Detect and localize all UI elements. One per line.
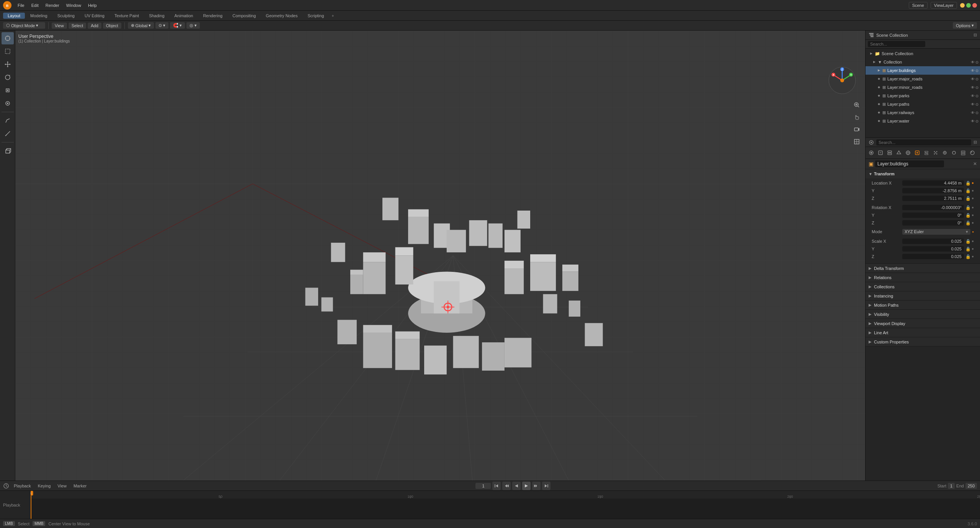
- grid-view-button[interactable]: [851, 136, 862, 147]
- location-x-value[interactable]: 4.4458 m: [902, 180, 964, 186]
- outliner-item-water[interactable]: ⊞ Layer:water 👁 ⊙: [866, 117, 980, 125]
- buildings-render-icon[interactable]: ⊙: [975, 69, 978, 73]
- outliner-item-paths[interactable]: ⊞ Layer:paths 👁 ⊙: [866, 100, 980, 108]
- location-y-key[interactable]: ●: [972, 188, 974, 193]
- minor-roads-view[interactable]: 👁: [971, 85, 975, 90]
- scale-x-lock[interactable]: 🔒: [965, 239, 971, 244]
- menu-window[interactable]: Window: [63, 2, 84, 8]
- rotation-mode-value[interactable]: XYZ Euler ▾: [902, 229, 970, 235]
- add-cube-tool[interactable]: [2, 145, 14, 157]
- options-button[interactable]: Options ▾: [953, 22, 977, 29]
- scene-properties-icon[interactable]: [895, 149, 903, 157]
- view-layer-selector[interactable]: ViewLayer: [931, 2, 957, 9]
- outliner-search[interactable]: [868, 41, 925, 47]
- tab-texture-paint[interactable]: Texture Paint: [110, 13, 144, 19]
- view-layer-icon[interactable]: [885, 149, 894, 157]
- scale-y-value[interactable]: 0.025: [902, 246, 964, 252]
- render-properties-icon[interactable]: [867, 149, 875, 157]
- timeline-track[interactable]: 1 50 100 150 200 250: [31, 491, 980, 519]
- custom-properties-section[interactable]: ▶ Custom Properties: [866, 337, 980, 347]
- location-z-lock[interactable]: 🔒: [965, 196, 971, 201]
- object-menu[interactable]: Object: [103, 23, 121, 29]
- move-tool[interactable]: [2, 58, 14, 70]
- tab-layout[interactable]: Layout: [3, 13, 25, 19]
- select-box-tool[interactable]: [2, 45, 14, 57]
- transform-section-header[interactable]: ▼ Transform: [866, 169, 980, 178]
- rotation-y-key[interactable]: ●: [972, 213, 974, 218]
- scale-x-value[interactable]: 0.025: [902, 239, 964, 244]
- delta-transform-section[interactable]: ▶ Delta Transform: [866, 264, 980, 273]
- mode-selector[interactable]: ⬡ Object Mode ▾: [3, 22, 45, 29]
- modifiers-icon[interactable]: [922, 149, 931, 157]
- object-name-clear-button[interactable]: ✕: [973, 161, 977, 167]
- minor-roads-render[interactable]: ⊙: [975, 85, 978, 90]
- navigation-gizmo[interactable]: Z Y X: [827, 65, 858, 96]
- outliner-item-minor-roads[interactable]: ⊞ Layer:minor_roads 👁 ⊙: [866, 83, 980, 92]
- current-frame-display[interactable]: 1: [475, 483, 491, 489]
- rotation-y-value[interactable]: 0°: [902, 213, 964, 218]
- close-button[interactable]: [972, 3, 977, 8]
- rotation-x-key[interactable]: ●: [972, 205, 974, 210]
- cursor-tool[interactable]: [2, 32, 14, 44]
- scale-z-value[interactable]: 0.025: [902, 254, 964, 259]
- select-menu[interactable]: Select: [69, 23, 87, 29]
- scale-y-key[interactable]: ●: [972, 247, 974, 252]
- step-back-button[interactable]: [502, 482, 511, 490]
- viewport-display-section[interactable]: ▶ Viewport Display: [866, 319, 980, 328]
- scale-tool[interactable]: [2, 84, 14, 96]
- menu-help[interactable]: Help: [85, 2, 100, 8]
- transform-global[interactable]: ⊕ Global ▾: [128, 22, 154, 29]
- transform-tool[interactable]: [2, 97, 14, 110]
- location-y-lock[interactable]: 🔒: [965, 188, 971, 193]
- end-frame[interactable]: 250: [965, 483, 977, 489]
- maximize-button[interactable]: [966, 3, 971, 8]
- jump-to-start-button[interactable]: [492, 482, 501, 490]
- location-z-value[interactable]: 2.7511 m: [902, 196, 964, 201]
- timeline-label-area[interactable]: Playback: [0, 491, 31, 519]
- constraints-icon[interactable]: [950, 149, 958, 157]
- marker-menu[interactable]: Marker: [71, 483, 89, 489]
- pivot-selector[interactable]: ⊙ ▾: [155, 22, 168, 29]
- play-forward-button[interactable]: [522, 482, 531, 490]
- object-properties-icon[interactable]: [913, 149, 921, 157]
- buildings-view-icon[interactable]: 👁: [971, 69, 975, 73]
- rotation-y-lock[interactable]: 🔒: [965, 213, 971, 218]
- outliner-item-railways[interactable]: ⊞ Layer:railways 👁 ⊙: [866, 108, 980, 117]
- location-x-lock[interactable]: 🔒: [965, 181, 971, 186]
- zoom-in-button[interactable]: [851, 100, 862, 110]
- tab-sculpting[interactable]: Sculpting: [53, 13, 79, 19]
- scale-z-key[interactable]: ●: [972, 254, 974, 259]
- start-frame[interactable]: 1: [948, 483, 955, 489]
- add-menu[interactable]: Add: [88, 23, 101, 29]
- paths-view[interactable]: 👁: [971, 102, 975, 106]
- relations-section[interactable]: ▶ Relations: [866, 273, 980, 282]
- timeline-playhead[interactable]: 1: [31, 491, 31, 519]
- tab-modeling[interactable]: Modeling: [26, 13, 52, 19]
- world-properties-icon[interactable]: [904, 149, 912, 157]
- particles-icon[interactable]: [931, 149, 940, 157]
- instancing-section[interactable]: ▶ Instancing: [866, 291, 980, 301]
- railways-render[interactable]: ⊙: [975, 111, 978, 115]
- railways-view[interactable]: 👁: [971, 111, 975, 115]
- paths-render[interactable]: ⊙: [975, 102, 978, 106]
- snap-toggle[interactable]: 🧲 ▾: [170, 22, 185, 29]
- step-forward-button[interactable]: [532, 482, 541, 490]
- camera-view-button[interactable]: [851, 124, 862, 135]
- rotation-z-key[interactable]: ●: [972, 221, 974, 226]
- parks-render[interactable]: ⊙: [975, 94, 978, 98]
- outliner-item-major-roads[interactable]: ⊞ Layer:major_roads 👁 ⊙: [866, 75, 980, 83]
- rotation-z-lock[interactable]: 🔒: [965, 221, 971, 226]
- tab-uv-editing[interactable]: UV Editing: [80, 13, 109, 19]
- scale-x-key[interactable]: ●: [972, 239, 974, 244]
- filter-icon[interactable]: ⊟: [973, 33, 977, 38]
- menu-render[interactable]: Render: [42, 2, 62, 8]
- menu-edit[interactable]: Edit: [28, 2, 42, 8]
- properties-search[interactable]: [876, 139, 971, 145]
- minimize-button[interactable]: [960, 3, 965, 8]
- rotation-x-value[interactable]: -0.000003°: [902, 205, 964, 210]
- keying-menu[interactable]: Keying: [36, 483, 53, 489]
- outliner-item-parks[interactable]: ⊞ Layer:parks 👁 ⊙: [866, 92, 980, 100]
- major-roads-render[interactable]: ⊙: [975, 77, 978, 81]
- tab-shading[interactable]: Shading: [144, 13, 169, 19]
- tab-compositing[interactable]: Compositing: [228, 13, 260, 19]
